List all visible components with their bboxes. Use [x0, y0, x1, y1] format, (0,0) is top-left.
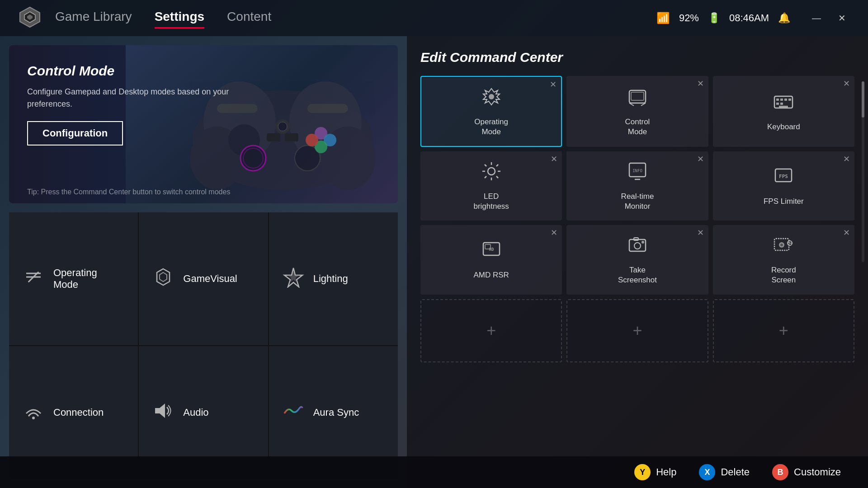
- cmd-close-led-brightness[interactable]: ✕: [551, 155, 557, 163]
- svg-marker-29: [288, 271, 299, 282]
- svg-rect-35: [631, 92, 644, 100]
- svg-text:INFO: INFO: [632, 169, 642, 173]
- record-screen-cmd-label: RecordScreen: [771, 265, 796, 285]
- svg-rect-39: [776, 99, 779, 101]
- right-panel: Edit Command Center ✕ OperatingMode ✕ Co…: [407, 36, 868, 488]
- cmd-close-control-mode[interactable]: ✕: [697, 80, 704, 88]
- connection-icon: [23, 400, 44, 426]
- tab-game-library[interactable]: Game Library: [55, 9, 132, 27]
- aura-sync-icon: [283, 400, 304, 426]
- fps-limiter-cmd-icon: FPS: [773, 165, 794, 191]
- amd-rsr-cmd-icon: HD: [481, 239, 502, 265]
- cmd-card-operating-mode[interactable]: ✕ OperatingMode: [420, 76, 562, 147]
- svg-rect-41: [784, 99, 787, 101]
- hero-description: Configure Gamepad and Desktop modes base…: [27, 86, 253, 110]
- operating-mode-icon: [23, 266, 44, 292]
- cmd-close-take-screenshot[interactable]: ✕: [697, 229, 704, 237]
- close-button[interactable]: ✕: [834, 10, 850, 26]
- hero-title: Control Mode: [27, 63, 380, 79]
- tab-content[interactable]: Content: [227, 9, 271, 27]
- cmd-card-record-screen[interactable]: ✕ RecordScreen: [713, 225, 854, 294]
- cmd-card-amd-rsr[interactable]: ✕ HD AMD RSR: [420, 225, 562, 294]
- record-screen-cmd-icon: [773, 234, 794, 260]
- hero-tip: Tip: Press the Command Center button to …: [27, 188, 230, 196]
- minimize-button[interactable]: —: [808, 10, 825, 26]
- svg-marker-32: [160, 404, 165, 418]
- menu-item-lighting[interactable]: Lighting: [269, 212, 398, 345]
- delete-label: Delete: [721, 466, 750, 478]
- b-button-icon: B: [772, 464, 788, 480]
- lighting-icon: [283, 266, 304, 292]
- take-screenshot-cmd-icon: [627, 234, 648, 260]
- settings-menu-grid: Operating Mode GameVisual Lighting Conne…: [9, 212, 398, 479]
- control-mode-cmd-label: ControlMode: [625, 117, 650, 137]
- cmd-close-realtime-monitor[interactable]: ✕: [697, 155, 704, 163]
- svg-rect-42: [788, 99, 791, 101]
- svg-rect-31: [155, 408, 160, 413]
- svg-point-30: [32, 417, 35, 419]
- tab-settings[interactable]: Settings: [155, 9, 204, 27]
- svg-rect-40: [780, 99, 783, 101]
- cmd-card-realtime-monitor[interactable]: ✕ INFO Real-timeMonitor: [566, 151, 708, 221]
- cmd-card-led-brightness[interactable]: ✕ LEDbrightness: [420, 151, 562, 221]
- cmd-card-keyboard[interactable]: ✕ Keyboard: [713, 76, 854, 147]
- svg-line-52: [496, 176, 498, 178]
- cmd-card-add-1[interactable]: +: [420, 299, 562, 362]
- cmd-close-amd-rsr[interactable]: ✕: [551, 229, 557, 237]
- realtime-monitor-cmd-label: Real-timeMonitor: [621, 192, 654, 211]
- help-button[interactable]: Y Help: [634, 464, 676, 480]
- led-brightness-cmd-label: LEDbrightness: [473, 192, 509, 211]
- menu-item-operating-mode[interactable]: Operating Mode: [9, 212, 138, 345]
- notification-bell-icon[interactable]: 🔔: [778, 12, 790, 24]
- aura-sync-label: Aura Sync: [313, 407, 359, 418]
- wifi-icon: 📶: [656, 12, 670, 24]
- x-button-icon: X: [699, 464, 715, 480]
- clock: 08:46AM: [729, 12, 769, 24]
- app-logo: [18, 5, 55, 31]
- gamevisual-label: GameVisual: [183, 273, 237, 285]
- cmd-close-fps-limiter[interactable]: ✕: [843, 155, 850, 163]
- svg-marker-26: [157, 269, 170, 285]
- fps-limiter-cmd-label: FPS Limiter: [764, 197, 804, 206]
- svg-point-33: [489, 94, 494, 99]
- hero-text: Control Mode Configure Gamepad and Deskt…: [27, 63, 380, 145]
- keyboard-cmd-label: Keyboard: [767, 122, 800, 132]
- cmd-close-operating-mode[interactable]: ✕: [550, 80, 557, 89]
- battery-icon: 🔋: [708, 12, 720, 24]
- cmd-card-take-screenshot[interactable]: ✕ TakeScreenshot: [566, 225, 708, 294]
- titlebar-status: 📶 92% 🔋 08:46AM 🔔 — ✕: [656, 10, 850, 26]
- add-plus-3: +: [779, 321, 788, 340]
- scrollbar-thumb[interactable]: [862, 81, 864, 117]
- cmd-card-control-mode[interactable]: ✕ ControlMode: [566, 76, 708, 147]
- svg-rect-44: [780, 103, 783, 105]
- connection-label: Connection: [53, 407, 104, 418]
- audio-icon: [152, 400, 174, 426]
- cmd-card-add-2[interactable]: +: [566, 299, 708, 362]
- lighting-label: Lighting: [313, 273, 348, 285]
- svg-point-66: [642, 241, 644, 244]
- cmd-card-fps-limiter[interactable]: ✕ FPS FPS Limiter: [713, 151, 854, 221]
- left-panel: Control Mode Configure Gamepad and Deskt…: [0, 36, 407, 488]
- window-controls: — ✕: [808, 10, 850, 26]
- amd-rsr-cmd-label: AMD RSR: [473, 270, 509, 280]
- take-screenshot-cmd-label: TakeScreenshot: [618, 265, 657, 285]
- audio-label: Audio: [183, 407, 208, 418]
- svg-rect-43: [776, 103, 779, 105]
- svg-point-71: [780, 244, 783, 246]
- nav-tabs: Game Library Settings Content: [55, 9, 656, 27]
- help-label: Help: [656, 466, 676, 478]
- configuration-button[interactable]: Configuration: [27, 121, 123, 145]
- svg-point-64: [634, 243, 641, 249]
- menu-item-gamevisual[interactable]: GameVisual: [139, 212, 268, 345]
- svg-text:HD: HD: [489, 247, 494, 252]
- control-mode-cmd-icon: [627, 86, 648, 112]
- delete-button[interactable]: X Delete: [699, 464, 750, 480]
- cmd-close-record-screen[interactable]: ✕: [843, 229, 850, 237]
- scrollbar-track[interactable]: [862, 81, 864, 262]
- cmd-card-add-3[interactable]: +: [713, 299, 854, 362]
- customize-button[interactable]: B Customize: [772, 464, 841, 480]
- main-content: Control Mode Configure Gamepad and Deskt…: [0, 36, 868, 488]
- command-center-title: Edit Command Center: [420, 50, 854, 65]
- operating-mode-label: Operating Mode: [53, 267, 124, 291]
- cmd-close-keyboard[interactable]: ✕: [843, 80, 850, 88]
